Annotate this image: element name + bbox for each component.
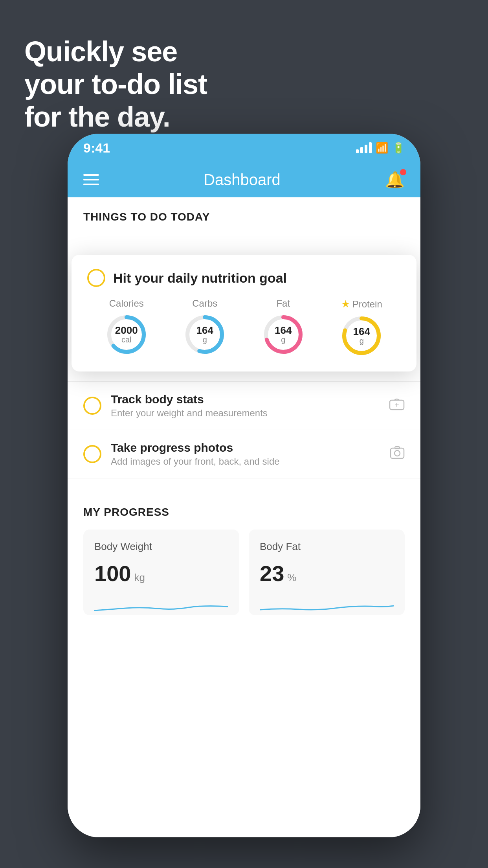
hero-line2: your to-do list — [24, 68, 207, 101]
svg-point-13 — [394, 451, 400, 456]
todo-item-body-stats[interactable]: Track body stats Enter your weight and m… — [68, 382, 420, 430]
todo-title-body-stats: Track body stats — [111, 393, 380, 406]
nav-bar: Dashboard 🔔 — [68, 162, 420, 197]
hero-text: Quickly see your to-do list for the day. — [24, 35, 207, 133]
carbs-donut: 164 g — [183, 313, 226, 356]
calories-value: 2000 cal — [115, 325, 138, 344]
fat-donut: 164 g — [262, 313, 305, 356]
protein-label: ★ Protein — [341, 298, 382, 310]
photo-icon — [390, 446, 405, 463]
body-fat-value: 23 — [260, 561, 284, 586]
phone-frame: 9:41 📶 🔋 Dashboard 🔔 THINGS TO DO TOD — [68, 134, 420, 837]
carbs-value: 164 g — [196, 325, 213, 344]
body-fat-card[interactable]: Body Fat 23 % — [249, 530, 405, 615]
body-fat-unit: % — [287, 572, 296, 584]
todo-title-photos: Take progress photos — [111, 441, 380, 454]
todo-radio-photos[interactable] — [83, 445, 101, 463]
nutrition-card-title: Hit your daily nutrition goal — [113, 270, 287, 286]
wifi-icon: 📶 — [376, 142, 388, 154]
todo-item-photos[interactable]: Take progress photos Add images of your … — [68, 430, 420, 478]
svg-rect-12 — [391, 448, 404, 458]
protein-donut: 164 g — [340, 314, 383, 357]
body-fat-value-row: 23 % — [260, 561, 394, 586]
progress-header: MY PROGRESS — [83, 506, 405, 519]
body-fat-title: Body Fat — [260, 541, 394, 553]
nutrition-title-row: Hit your daily nutrition goal — [87, 269, 401, 287]
status-icons: 📶 🔋 — [356, 142, 405, 154]
nutrition-calories: Calories 2000 cal — [105, 298, 148, 356]
notification-button[interactable]: 🔔 — [385, 171, 405, 189]
hero-line1: Quickly see — [24, 35, 207, 68]
hero-line3: for the day. — [24, 101, 207, 133]
nutrition-fat: Fat 164 g — [262, 298, 305, 356]
fat-label: Fat — [276, 298, 290, 309]
notification-badge — [400, 169, 406, 175]
todo-subtitle-photos: Add images of your front, back, and side — [111, 456, 380, 467]
nutrition-radio[interactable] — [87, 269, 105, 287]
body-weight-value: 100 — [94, 561, 131, 586]
app-content: THINGS TO DO TODAY Hit your daily nutrit… — [68, 197, 420, 837]
star-icon: ★ — [341, 298, 350, 310]
body-weight-unit: kg — [134, 572, 145, 584]
todo-subtitle-body-stats: Enter your weight and measurements — [111, 408, 380, 419]
body-weight-card[interactable]: Body Weight 100 kg — [83, 530, 239, 615]
protein-value: 164 g — [353, 326, 370, 346]
nutrition-card: Hit your daily nutrition goal Calories — [72, 255, 416, 371]
todo-radio-body-stats[interactable] — [83, 397, 101, 415]
signal-icon — [356, 142, 372, 153]
fat-value: 164 g — [275, 325, 292, 344]
things-today-header: THINGS TO DO TODAY — [68, 197, 420, 231]
nutrition-circles-row: Calories 2000 cal — [87, 298, 401, 357]
hamburger-icon[interactable] — [83, 174, 99, 185]
nutrition-carbs: Carbs 164 g — [183, 298, 226, 356]
progress-cards: Body Weight 100 kg Body Fat 23 — [83, 530, 405, 615]
body-weight-title: Body Weight — [94, 541, 228, 553]
progress-section: MY PROGRESS Body Weight 100 kg — [68, 490, 420, 615]
body-fat-sparkline — [260, 596, 394, 615]
body-weight-sparkline — [94, 596, 228, 615]
calories-donut: 2000 cal — [105, 313, 148, 356]
calories-label: Calories — [109, 298, 144, 309]
nav-title: Dashboard — [204, 171, 281, 189]
battery-icon: 🔋 — [392, 142, 405, 154]
status-time: 9:41 — [83, 140, 110, 156]
status-bar: 9:41 📶 🔋 — [68, 134, 420, 162]
body-weight-value-row: 100 kg — [94, 561, 228, 586]
carbs-label: Carbs — [192, 298, 217, 309]
nutrition-protein: ★ Protein 164 g — [340, 298, 383, 357]
scale-icon — [389, 397, 405, 415]
